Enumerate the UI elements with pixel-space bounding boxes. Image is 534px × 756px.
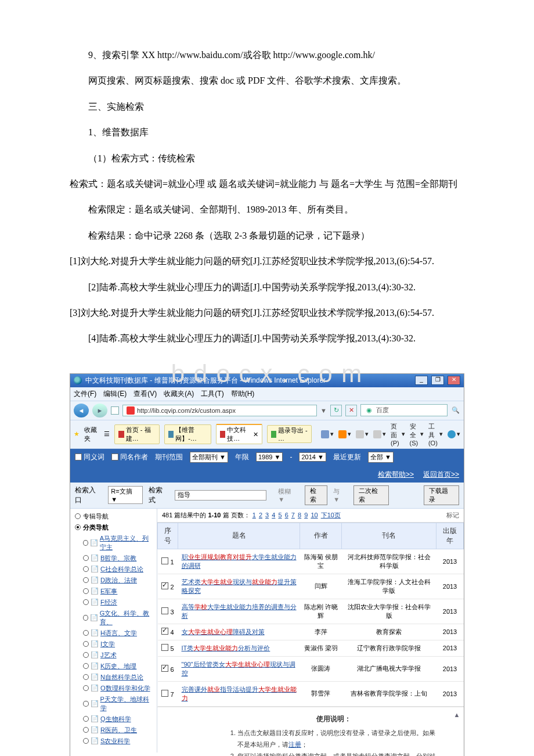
category-item[interactable]: I文学 [70,639,157,650]
page-link[interactable]: 9 [304,512,308,519]
category-radio[interactable] [83,685,89,691]
category-item[interactable]: A马克思主义、列宁主 [70,533,157,553]
minimize-button[interactable]: _ [415,376,428,385]
page-link[interactable]: 8 [298,512,301,519]
favorites-star-icon[interactable]: ★ [74,430,80,438]
forward-button[interactable]: ► [92,404,107,417]
category-item[interactable]: B哲学、宗教 [70,553,157,564]
fuzzy-option[interactable]: 模糊 ▼ [278,487,298,503]
category-radio[interactable] [83,652,89,658]
nav-special-radio[interactable]: 专辑导航 [70,511,157,522]
tools-menu[interactable]: 工具(O) ▾ [428,422,443,447]
page-link[interactable]: 1 [252,512,256,519]
category-item[interactable]: F经济 [70,597,157,608]
category-item[interactable]: Q生物科学 [70,714,157,725]
category-radio[interactable] [83,577,89,583]
category-radio[interactable] [83,555,89,561]
scroll-up-icon[interactable]: ▲ [454,710,460,721]
category-item[interactable]: J艺术 [70,650,157,661]
return-home-link[interactable]: 返回首页>> [423,470,459,480]
help-menu[interactable]: ▾ [448,422,460,447]
row-checkbox[interactable] [161,644,168,651]
suggested-sites-icon[interactable]: ☰ [104,430,110,438]
synonym-checkbox[interactable]: 同义词 [75,452,104,462]
register-link[interactable]: 注册 [288,741,301,748]
page-menu[interactable]: 页面(P) ▾ [391,422,405,447]
journal-range-select[interactable]: 全部期刊 ▼ [190,452,228,463]
search-help-link[interactable]: 检索帮助>> [378,470,414,480]
menu-favorites[interactable]: 收藏夹(A) [164,389,194,399]
category-item[interactable]: E军事 [70,586,157,597]
refresh-button[interactable]: ↻ [330,405,342,416]
page-link[interactable]: 3 [265,512,269,519]
tab-2[interactable]: 【维普网】-… [164,424,211,444]
year-to-select[interactable]: 2014 ▼ [299,452,326,462]
result-title-link[interactable]: 完善课外就业指导活动提升大学生就业能力 [182,686,297,701]
page-link[interactable]: 5 [278,512,282,519]
feeds-button[interactable]: ▾ [338,422,351,447]
result-title-link[interactable]: "90"后经管类女大学生就业心理现状与调控 [182,661,295,676]
result-title-link[interactable]: IT类大学生就业能力分析与评价 [182,645,270,651]
row-checkbox[interactable] [161,557,168,564]
menu-file[interactable]: 文件(F) [74,389,96,399]
category-item[interactable]: C社会科学总论 [70,564,157,575]
row-checkbox[interactable] [161,628,168,635]
result-title-link[interactable]: 女大学生就业心理障碍及对策 [182,628,265,635]
history-dropdown[interactable] [111,406,119,415]
category-radio[interactable] [83,738,89,744]
stop-button[interactable]: ✕ [345,405,357,416]
result-title-link[interactable]: 艺术类大学生就业现状与就业能力提升策略探究 [182,578,297,594]
search-button[interactable]: 检索 [305,485,328,505]
row-checkbox[interactable] [161,582,168,589]
category-item[interactable]: S农业科学 [70,736,157,747]
search-go-button[interactable]: 🔍 [451,406,460,414]
category-item[interactable]: R医药、卫生 [70,725,157,736]
category-item[interactable]: P天文学、地球科学 [70,694,157,714]
menu-edit[interactable]: 编辑(E) [103,389,127,399]
row-checkbox[interactable] [161,665,168,672]
category-radio[interactable] [83,674,89,680]
page-link[interactable]: 7 [291,512,295,519]
page-link[interactable]: 10 [311,512,317,519]
category-item[interactable]: O数理科学和化学 [70,683,157,694]
search-expression-input[interactable] [175,490,266,501]
home-button[interactable]: ▾ [321,422,334,447]
coauthor-checkbox[interactable]: 同名作者 [111,452,148,462]
menu-help[interactable]: 帮助(H) [231,389,255,399]
category-item[interactable]: K历史、地理 [70,661,157,672]
address-bar[interactable]: http://lib.cqvip.com/zk/custom.aspx [122,405,317,416]
category-item[interactable]: H语言、文学 [70,628,157,639]
nav-category-radio[interactable]: 分类导航 [70,522,157,533]
menu-tools[interactable]: 工具(T) [201,389,223,399]
category-radio[interactable] [83,727,89,733]
category-item[interactable]: D政治、法律 [70,575,157,586]
category-radio[interactable] [83,701,89,707]
row-checkbox[interactable] [161,607,168,614]
secondary-search-button[interactable]: 二次检索 [353,485,389,505]
back-button[interactable]: ◄ [74,404,89,417]
category-radio[interactable] [83,566,89,572]
browser-search-box[interactable]: ◉ 百度 [360,404,448,416]
maximize-button[interactable]: ❐ [431,376,444,385]
result-title-link[interactable]: 高等学校大学生就业能力培养的调查与分析 [182,603,297,619]
category-item[interactable]: N自然科学总论 [70,672,157,683]
page-link[interactable]: 下10页 [321,512,341,519]
page-link[interactable]: 4 [272,512,275,519]
menu-view[interactable]: 查看(V) [134,389,157,399]
category-radio[interactable] [83,615,88,621]
category-radio[interactable] [83,588,89,594]
and-option[interactable]: 与 ▼ [333,487,348,503]
safety-menu[interactable]: 安全(S) ▾ [410,422,424,447]
tab-4[interactable]: 题录导出 - … [267,425,312,443]
category-radio[interactable] [83,630,89,636]
favorites-label[interactable]: 收藏夹 [84,426,99,443]
row-checkbox[interactable] [161,690,168,697]
category-radio[interactable] [83,663,89,669]
page-link[interactable]: 2 [259,512,262,519]
category-radio[interactable] [83,716,89,722]
entry-select[interactable]: R=文摘 ▼ [108,486,143,504]
mail-button[interactable]: ▾ [356,422,369,447]
year-from-select[interactable]: 1989 ▼ [256,452,283,462]
category-radio[interactable] [83,540,88,546]
tab-3-active[interactable]: 中文科技…✕ [216,424,262,444]
